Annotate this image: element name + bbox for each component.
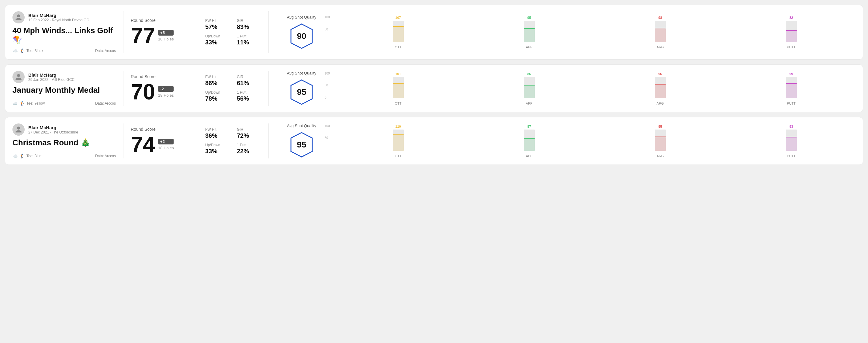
person-icon xyxy=(15,14,22,21)
score-badge: -2 xyxy=(158,86,174,92)
hexagon-container: 90 xyxy=(283,23,320,50)
bar-bg xyxy=(655,77,666,98)
round-card: Blair McHarg 29 Jan 2022 · Mill Ride GCC… xyxy=(5,64,863,112)
bar-bg xyxy=(524,77,535,98)
stats-section: FW Hit 57% GIR 83% Up/Down 33% 1 Putt 11… xyxy=(200,11,261,53)
hexagon: 90 xyxy=(288,23,315,50)
bar-fill xyxy=(393,135,404,151)
bar-line xyxy=(655,28,666,28)
bar-label: OTT xyxy=(395,101,402,105)
stat-one-putt: 1 Putt 56% xyxy=(237,90,261,102)
stat-updown: Up/Down 33% xyxy=(205,34,229,46)
section-divider xyxy=(123,71,123,106)
bar-fill xyxy=(786,137,797,151)
bar-line xyxy=(393,83,404,84)
avatar xyxy=(12,71,25,83)
bar-group-ott: 110 OTT xyxy=(334,125,462,158)
y-axis: 100 50 0 xyxy=(325,15,330,43)
bar-wrapper xyxy=(727,129,856,152)
bar-line xyxy=(524,86,535,86)
bar-group-arg: 95 ARG xyxy=(596,125,724,158)
score-row: 77 +5 18 Holes xyxy=(131,25,185,46)
bar-group-putt: 99 PUTT xyxy=(727,72,856,105)
bar-fill xyxy=(655,85,666,98)
bar-label: ARG xyxy=(657,101,664,105)
score-badge-col: +5 18 Holes xyxy=(158,30,174,41)
score-label: Round Score xyxy=(131,18,185,23)
score-badge: +2 xyxy=(158,139,174,145)
bar-group-arg: 98 ARG xyxy=(596,16,724,49)
hexagon-value: 95 xyxy=(297,87,306,97)
bar-bg xyxy=(393,21,404,42)
hexagon-container: 95 xyxy=(283,79,320,106)
bar-fill xyxy=(786,31,797,42)
updown-value: 78% xyxy=(205,95,229,102)
updown-label: Up/Down xyxy=(205,34,229,38)
y-axis: 100 50 0 xyxy=(325,72,330,99)
gir-label: GIR xyxy=(237,127,261,132)
stat-fw-hit: FW Hit 57% xyxy=(205,19,229,30)
bar-wrapper xyxy=(334,21,462,43)
score-section: Round Score 77 +5 18 Holes xyxy=(131,11,185,53)
stat-gir: GIR 72% xyxy=(237,127,261,139)
score-number: 77 xyxy=(131,25,155,46)
bar-group-arg: 96 ARG xyxy=(596,72,724,105)
bar-wrapper xyxy=(465,21,593,43)
score-badge: +5 xyxy=(158,30,174,36)
bar-group-putt: 93 PUTT xyxy=(727,125,856,158)
bar-top-value: 101 xyxy=(395,72,401,76)
user-name: Blair McHarg xyxy=(28,72,74,77)
section-divider-2 xyxy=(193,11,193,53)
bar-fill xyxy=(655,28,666,42)
bar-fill xyxy=(393,84,404,98)
bar-label: APP xyxy=(526,154,532,158)
hexagon-container: 95 xyxy=(283,131,320,158)
bar-wrapper xyxy=(596,129,724,152)
bar-line xyxy=(786,83,797,84)
data-source: Data: Arccos xyxy=(95,49,116,53)
bar-line xyxy=(786,137,797,137)
left-section: Blair McHarg 27 Dec 2021 · The Oxfordshi… xyxy=(12,123,116,158)
tee-label: Tee: Yellow xyxy=(26,101,45,105)
stats-section: FW Hit 36% GIR 72% Up/Down 33% 1 Putt 22… xyxy=(200,123,261,158)
footer-info: ☁️ 🏌️ Tee: Blue Data: Arccos xyxy=(12,154,116,158)
updown-value: 33% xyxy=(205,39,229,46)
section-divider-2 xyxy=(193,71,193,106)
bar-wrapper xyxy=(596,77,724,100)
section-divider xyxy=(123,123,123,158)
bar-top-value: 98 xyxy=(658,16,662,20)
person-icon xyxy=(15,126,22,133)
bar-top-value: 110 xyxy=(395,125,401,128)
bar-top-value: 107 xyxy=(395,16,401,20)
bar-bg xyxy=(655,129,666,151)
gir-label: GIR xyxy=(237,19,261,23)
user-info: Blair McHarg 12 Feb 2022 · Royal North D… xyxy=(12,11,116,23)
left-section: Blair McHarg 12 Feb 2022 · Royal North D… xyxy=(12,11,116,53)
chart-section: Avg Shot Quality 95 100 50 xyxy=(276,123,856,158)
bar-label: ARG xyxy=(657,45,664,49)
stat-fw-hit: FW Hit 36% xyxy=(205,127,229,139)
hexagon-value: 90 xyxy=(297,31,306,41)
bar-label: PUTT xyxy=(787,45,796,49)
footer-info: ☁️ 🏌️ Tee: Black Data: Arccos xyxy=(12,48,116,53)
bar-top-value: 93 xyxy=(789,125,793,128)
avatar xyxy=(12,11,25,23)
bar-bg xyxy=(786,21,797,42)
section-divider-3 xyxy=(269,71,269,106)
score-section: Round Score 74 +2 18 Holes xyxy=(131,123,185,158)
hexagon: 95 xyxy=(288,131,315,158)
bar-group-app: 95 APP xyxy=(465,16,593,49)
section-divider-2 xyxy=(193,123,193,158)
hexagon: 95 xyxy=(288,79,315,106)
stat-updown: Up/Down 78% xyxy=(205,90,229,102)
bar-label: APP xyxy=(526,101,532,105)
bar-fill xyxy=(524,86,535,98)
tee-info: ☁️ 🏌️ Tee: Black xyxy=(12,48,43,53)
chart-section: Avg Shot Quality 90 100 50 xyxy=(276,11,856,53)
footer-info: ☁️ 🏌️ Tee: Yellow Data: Arccos xyxy=(12,101,116,106)
bar-bg xyxy=(524,21,535,42)
bar-top-value: 95 xyxy=(527,16,531,20)
avatar xyxy=(12,123,25,136)
avg-quality-label: Avg Shot Quality xyxy=(287,123,316,128)
bar-top-value: 99 xyxy=(789,72,793,76)
